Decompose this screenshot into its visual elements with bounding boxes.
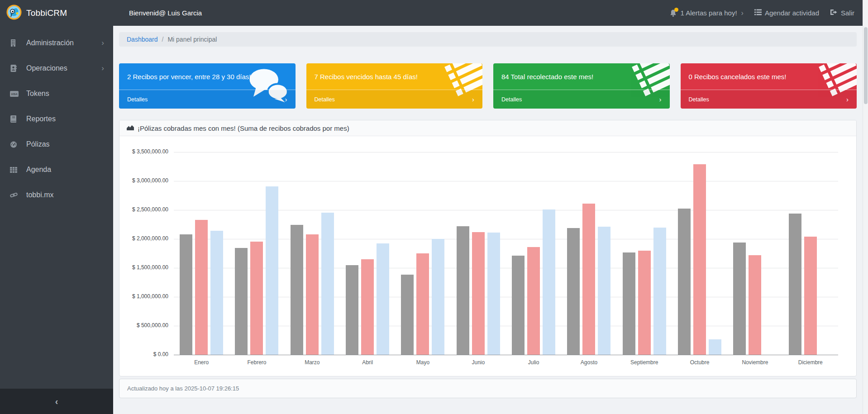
- sidebar-item-label: Operaciones: [26, 64, 67, 72]
- bar-rosa-mayo: [416, 253, 429, 355]
- y-axis-tick-label: $ 2,000,000.00: [119, 235, 168, 242]
- bar-gris-junio: [457, 226, 469, 355]
- chart-card: ¡Pólizas cobradas mes con mes! (Suma de …: [119, 120, 857, 376]
- bar-azul-marzo: [321, 213, 334, 355]
- salir-button[interactable]: Salir: [830, 9, 854, 17]
- details-label: Detalles: [315, 96, 335, 103]
- bar-azul-febrero: [266, 186, 278, 355]
- x-axis-category-label: Septiembre: [617, 359, 672, 366]
- info-boxes-row: 2 Recibos por vencer, entre 28 y 30 días…: [119, 63, 857, 109]
- y-axis-tick-label: $ 500,000.00: [119, 322, 168, 328]
- bar-rosa-junio: [472, 232, 485, 355]
- x-axis-category-label: Abril: [340, 359, 395, 366]
- info-box-recibos-vencidos[interactable]: 7 Recibos vencidos hasta 45 días! Detall…: [306, 63, 483, 109]
- svg-text:VISA: VISA: [11, 93, 17, 95]
- x-axis-category-label: Marzo: [285, 359, 340, 366]
- alert-badge: [674, 8, 678, 12]
- bar-rosa-enero: [195, 220, 208, 355]
- sidebar-item-operaciones[interactable]: Operaciones ›: [0, 56, 113, 81]
- sidebar: TobbiCRM Administración › Operaciones › …: [0, 0, 113, 414]
- x-axis-category-label: Octubre: [672, 359, 727, 366]
- bar-group-junio: Junio: [451, 152, 506, 355]
- bar-rosa-octubre: [693, 164, 706, 355]
- x-axis-category-label: Junio: [451, 359, 506, 366]
- bar-gris-febrero: [235, 248, 248, 355]
- sidebar-item-label: Reportes: [26, 115, 56, 123]
- y-axis-tick-label: $ 1,000,000.00: [119, 293, 168, 300]
- bar-group-abril: Abril: [340, 152, 395, 355]
- y-axis-tick-label: $ 3,500,000.00: [119, 148, 168, 155]
- sidebar-item-agenda[interactable]: Agenda: [0, 157, 113, 182]
- bar-gris-marzo: [291, 225, 303, 355]
- sidebar-item-label: Pólizas: [26, 140, 50, 148]
- y-axis-tick-label: $ 2,500,000.00: [119, 206, 168, 213]
- welcome-text: Bienvenid@ Luis Garcia: [129, 9, 202, 17]
- sidebar-collapse-button[interactable]: ‹: [0, 389, 113, 414]
- info-box-total-recolectado[interactable]: 84 Total recolectado este mes! Detalles …: [493, 63, 670, 109]
- chevron-right-icon: ›: [101, 38, 104, 48]
- link-icon: [10, 192, 22, 198]
- bar-gris-enero: [180, 234, 192, 355]
- chevron-right-icon: ›: [285, 95, 287, 103]
- chevron-right-icon: ›: [846, 95, 849, 103]
- info-box-details-link[interactable]: Detalles ›: [306, 90, 483, 109]
- last-updated-text: Actualizado hoy a las 2025-10-07 19:26:1…: [127, 385, 239, 392]
- chevron-right-icon: ›: [659, 95, 662, 103]
- app-window: TobbiCRM Administración › Operaciones › …: [0, 0, 868, 414]
- salir-label: Salir: [841, 9, 854, 17]
- x-axis-category-label: Mayo: [395, 359, 450, 366]
- sidebar-item-tokens[interactable]: VISA Tokens: [0, 81, 113, 106]
- x-axis-category-label: Julio: [506, 359, 561, 366]
- scrollbar-thumb[interactable]: [864, 27, 868, 104]
- sidebar-menu: Administración › Operaciones › VISA Toke…: [0, 26, 113, 208]
- x-axis-category-label: Enero: [174, 359, 229, 366]
- sidebar-item-tobbimx[interactable]: tobbi.mx: [0, 182, 113, 208]
- sidebar-item-reportes[interactable]: Reportes: [0, 106, 113, 132]
- brand[interactable]: TobbiCRM: [0, 0, 113, 26]
- bar-group-diciembre: Diciembre: [783, 152, 838, 355]
- details-label: Detalles: [501, 96, 522, 103]
- bar-azul-enero: [210, 231, 223, 355]
- vertical-scrollbar[interactable]: [863, 0, 868, 414]
- building-icon: [10, 39, 22, 47]
- sidebar-item-label: Agenda: [26, 166, 51, 174]
- bar-group-septiembre: Septiembre: [617, 152, 672, 355]
- x-axis-category-label: Febrero: [229, 359, 284, 366]
- bar-rosa-noviembre: [749, 255, 761, 355]
- bell-icon: [669, 9, 677, 17]
- chevron-right-icon: ›: [101, 64, 104, 73]
- bar-chart: EneroFebreroMarzoAbrilMayoJunioJulioAgos…: [119, 136, 856, 376]
- bar-gris-octubre: [678, 209, 691, 355]
- agendar-actividad-button[interactable]: Agendar actividad: [754, 9, 819, 17]
- table-icon: [10, 167, 22, 173]
- sidebar-item-label: Administración: [26, 39, 74, 47]
- sidebar-item-administracion[interactable]: Administración ›: [0, 30, 113, 56]
- bar-rosa-septiembre: [638, 251, 651, 355]
- info-box-text: 2 Recibos por vencer, entre 28 y 30 días…: [119, 63, 296, 90]
- bar-group-febrero: Febrero: [229, 152, 284, 355]
- info-box-details-link[interactable]: Detalles ›: [681, 90, 857, 109]
- alerts-menu[interactable]: 1 Alertas para hoy! ›: [669, 9, 743, 17]
- info-box-text: 84 Total recolectado este mes!: [493, 63, 670, 90]
- bar-group-marzo: Marzo: [285, 152, 340, 355]
- alerts-label: 1 Alertas para hoy!: [680, 9, 737, 17]
- breadcrumb-dashboard-link[interactable]: Dashboard: [127, 36, 158, 43]
- x-axis-category-label: Agosto: [561, 359, 616, 366]
- sign-out-icon: [830, 9, 838, 17]
- brand-title: TobbiCRM: [26, 8, 67, 18]
- bar-rosa-abril: [361, 259, 374, 355]
- last-updated-bar: Actualizado hoy a las 2025-10-07 19:26:1…: [119, 379, 857, 398]
- bar-azul-junio: [487, 233, 500, 355]
- sidebar-item-polizas[interactable]: Pólizas: [0, 132, 113, 157]
- bar-gris-diciembre: [789, 214, 801, 355]
- x-axis-category-label: Noviembre: [727, 359, 782, 366]
- bar-azul-septiembre: [653, 228, 666, 355]
- chart-title: ¡Pólizas cobradas mes con mes! (Suma de …: [138, 124, 349, 132]
- details-label: Detalles: [127, 96, 148, 103]
- bar-group-julio: Julio: [506, 152, 561, 355]
- info-box-recibos-cancelados[interactable]: 0 Recibos cancelados este mes! Detalles …: [681, 63, 857, 109]
- info-box-details-link[interactable]: Detalles ›: [119, 90, 296, 109]
- info-box-recibos-por-vencer[interactable]: 2 Recibos por vencer, entre 28 y 30 días…: [119, 63, 296, 109]
- y-axis-tick-label: $ 0.00: [119, 351, 168, 357]
- info-box-details-link[interactable]: Detalles ›: [493, 90, 670, 109]
